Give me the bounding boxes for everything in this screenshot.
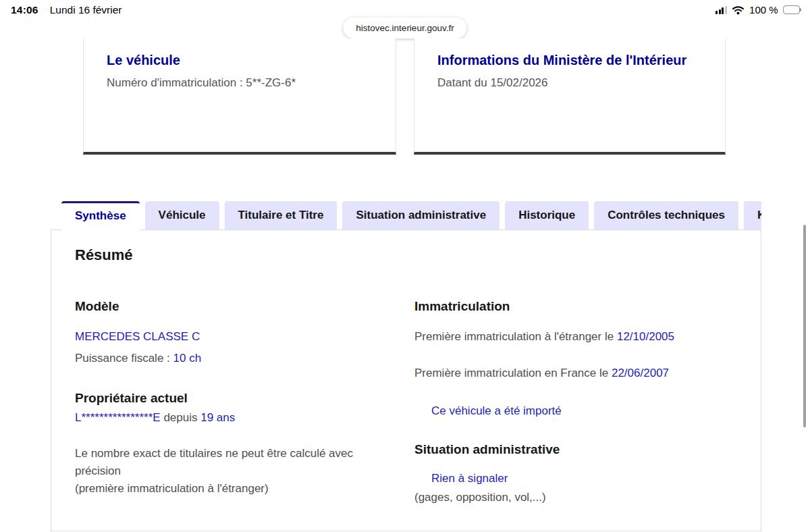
- tab-synthese[interactable]: Synthèse: [61, 201, 140, 230]
- resume-left-column: Modèle MERCEDES CLASSE C Puissance fisca…: [75, 298, 380, 498]
- immatriculation-heading: Immatriculation: [414, 298, 737, 315]
- scrollbar-thumb[interactable]: [803, 225, 806, 427]
- card-vehicule: Le véhicule Numéro d'immatriculation : 5…: [83, 38, 396, 155]
- titulaires-note: Le nombre exact de titulaires ne peut êt…: [75, 445, 380, 498]
- tab-historique[interactable]: Historique: [505, 201, 589, 230]
- ipad-screen: 14:06 Lundi 16 février 100 % histovec.in…: [0, 0, 810, 532]
- imported-status: Ce véhicule a été importé: [431, 404, 562, 417]
- titulaires-note-text: Le nombre exact de titulaires ne peut êt…: [75, 447, 353, 477]
- first-france-date: 22/06/2007: [612, 367, 669, 379]
- tab-controles-techniques[interactable]: Contrôles techniques: [594, 201, 738, 230]
- puissance-value: 10 ch: [173, 352, 202, 365]
- card-vehicule-plate: Numéro d'immatriculation : 5**-ZG-6*: [107, 75, 373, 91]
- clock: 14:06: [11, 4, 38, 16]
- address-bar-pill[interactable]: histovec.interieur.gouv.fr: [343, 18, 466, 38]
- bottom-divider: [51, 531, 761, 531]
- titulaires-note-paren: (première immatriculation à l'étranger): [75, 482, 269, 495]
- owner-line: L****************E depuis 19 ans: [75, 410, 380, 426]
- tab-vehicule[interactable]: Véhicule: [145, 201, 219, 230]
- puissance-label: Puissance fiscale :: [75, 352, 173, 365]
- cellular-signal-icon: [716, 6, 727, 14]
- model-value: MERCEDES CLASSE C: [75, 330, 200, 343]
- battery-full-icon: [783, 5, 801, 14]
- owner-duration: 19 ans: [200, 411, 235, 424]
- tab-titulaire-et-titre[interactable]: Titulaire et Titre: [225, 201, 338, 230]
- url-text: histovec.interieur.gouv.fr: [356, 23, 454, 33]
- synthese-panel: Résumé Modèle MERCEDES CLASSE C Puissanc…: [51, 230, 761, 532]
- owner-depuis: depuis: [161, 411, 201, 424]
- tab-kilometrage[interactable]: Kilométrage: [744, 201, 761, 230]
- date-label: Lundi 16 février: [50, 4, 122, 16]
- situation-note: (gages, opposition, vol,...): [414, 489, 737, 506]
- card-ministere: Informations du Ministère de l'Intérieur…: [414, 38, 726, 155]
- status-bar-right: 100 %: [716, 4, 801, 16]
- card-ministere-title: Informations du Ministère de l'Intérieur: [437, 51, 702, 70]
- first-foreign-line: Première immatriculation à l'étranger le…: [414, 329, 737, 345]
- battery-percent: 100 %: [749, 4, 778, 16]
- tab-bar: Synthèse Véhicule Titulaire et Titre Sit…: [51, 201, 761, 231]
- card-vehicule-title: Le véhicule: [107, 51, 373, 70]
- modele-heading: Modèle: [75, 298, 380, 315]
- first-foreign-label: Première immatriculation à l'étranger le: [414, 330, 617, 343]
- first-france-line: Première immatriculation en France le 22…: [414, 365, 737, 381]
- tab-situation-administrative[interactable]: Situation administrative: [342, 201, 500, 230]
- proprietaire-heading: Propriétaire actuel: [75, 390, 380, 407]
- first-france-label: Première immatriculation en France le: [414, 367, 612, 379]
- resume-right-column: Immatriculation Première immatriculation…: [414, 298, 737, 506]
- situation-heading: Situation administrative: [414, 441, 737, 458]
- resume-heading: Résumé: [75, 246, 133, 264]
- first-foreign-date: 12/10/2005: [617, 330, 674, 343]
- owner-masked-name: L****************E: [75, 411, 161, 424]
- puissance-line: Puissance fiscale : 10 ch: [75, 350, 380, 367]
- situation-status: Rien à signaler: [431, 472, 508, 485]
- card-ministere-date: Datant du 15/02/2026: [437, 75, 702, 91]
- wifi-icon: [732, 5, 745, 15]
- status-bar-left: 14:06 Lundi 16 février: [11, 4, 122, 16]
